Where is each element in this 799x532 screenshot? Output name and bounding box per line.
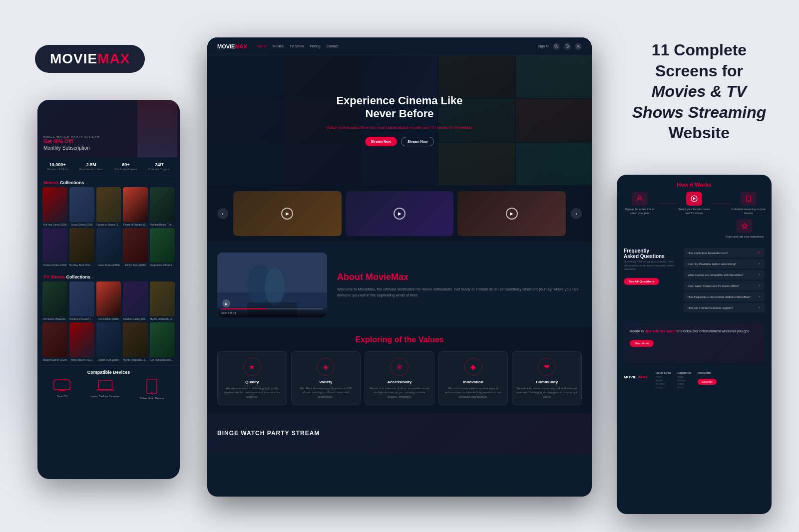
list-item[interactable]: Doctor's Life (2019) <box>96 322 121 361</box>
quality-name: Quality <box>222 380 283 384</box>
tv-label-6: Beauty Gamer (2020) <box>42 358 67 361</box>
list-item[interactable]: Fragments of Eternity (2018) <box>150 228 175 267</box>
list-item[interactable]: Escape to Busan (2016) <box>96 187 121 226</box>
list-item[interactable]: Nothing Room: The Red Room (2021) <box>150 187 175 226</box>
prev-arrow[interactable]: ‹ <box>217 208 228 219</box>
list-item[interactable]: The Searc Rhapsody (2019) <box>42 281 67 320</box>
value-variety: ◈ Variety We offer a diverse range of mo… <box>291 351 361 405</box>
value-community: ❤ Community We value the movie community… <box>512 351 582 405</box>
tv-thumb-7 <box>69 322 94 357</box>
nav-link-pricing[interactable]: Pricing <box>310 44 320 48</box>
values-title: Exploring of the Values <box>217 335 582 344</box>
progress-track <box>221 308 323 309</box>
see-more-movies[interactable]: › <box>86 181 87 184</box>
cta-start-button[interactable]: Start Now <box>630 340 654 347</box>
tv-thumb-3 <box>96 281 121 316</box>
movie-label-7: No Way Back Home (2018) <box>69 264 94 266</box>
movie-thumb-3 <box>96 187 121 222</box>
nav-sign-in[interactable]: Sign In <box>538 44 549 48</box>
tv-label: Smart TV <box>53 395 71 398</box>
faq-item-1[interactable]: How much does MovieMax cost? ✕ <box>684 248 765 258</box>
featured-card-3[interactable]: ▶ <box>457 191 566 236</box>
movie-thumb-4 <box>123 187 148 222</box>
progress-fill <box>221 308 267 309</box>
about-video-player[interactable]: ▶ 32:54 / 65:43 <box>217 253 327 317</box>
faq-item-4[interactable]: Can I watch movies and TV shows offline?… <box>684 281 765 290</box>
center-hero: Experience Cinema Like Never Before Watc… <box>207 55 592 185</box>
nav-link-home[interactable]: Home <box>257 44 267 48</box>
list-item[interactable]: Infinity Song (2019) <box>123 228 148 267</box>
community-icon: ❤ <box>538 358 556 376</box>
faq-item-5[interactable]: How frequently is new content added to M… <box>684 292 765 301</box>
step-2: Select your favorite movie and TV shows <box>676 192 713 215</box>
device-icons-row: Smart TV Laptop Desktop Computer Tablets… <box>43 379 174 400</box>
list-item[interactable]: Evil Has Gone (2018) <box>42 187 67 226</box>
about-text: About MovieMax Welcome to MovieMax, the … <box>337 272 582 298</box>
list-item[interactable]: Who's Next? (2021) <box>69 322 94 361</box>
faq-item-2[interactable]: Can I try MovieMax before subscribing? + <box>684 259 765 268</box>
cta-content: Ready to dive into the world of blockbus… <box>630 329 759 347</box>
accessibility-icon: ⊕ <box>391 358 408 376</box>
list-item[interactable]: Mystic Rhapsody (2018) <box>150 281 175 320</box>
movie-label-3: Escape to Busan (2016) <box>96 223 121 226</box>
list-item[interactable]: Doctors of Illusion (2020) <box>69 281 94 320</box>
faq-expand-icon-4: + <box>758 283 761 288</box>
list-item[interactable]: Shadow Galaxy (2019) <box>123 281 148 320</box>
nav-link-tvshow[interactable]: TV Show <box>290 44 304 48</box>
device-laptop: Laptop Desktop Computer <box>90 379 119 400</box>
list-item[interactable]: Hunters Strike (2019) <box>42 228 67 267</box>
list-item[interactable]: Beauty Gamer (2020) <box>42 322 67 361</box>
video-progress-bar: ▶ 32:54 / 65:43 <box>217 305 327 317</box>
list-item[interactable]: Social Ghost (2019) <box>69 187 94 226</box>
see-more-tv[interactable]: › <box>92 275 93 278</box>
next-arrow[interactable]: › <box>571 208 582 219</box>
tv-thumb-5 <box>150 281 175 316</box>
nav-link-movies[interactable]: Movies <box>273 44 284 48</box>
faq-q-1: How much does MovieMax cost? <box>688 252 755 255</box>
list-item[interactable]: No Way Back Home (2018) <box>69 228 94 267</box>
movies-section-bar: Movies Collections › <box>37 176 180 187</box>
hero-content: Experience Cinema Like Never Before Watc… <box>325 94 474 146</box>
faq-q-5: How frequently is new content added to M… <box>688 295 756 298</box>
tv-label-8: Doctor's Life (2019) <box>96 358 121 361</box>
innovation-icon: ◆ <box>464 358 482 376</box>
svg-point-6 <box>151 391 152 393</box>
step-icon-stream <box>741 192 757 206</box>
quality-icon: ★ <box>243 358 261 376</box>
video-play-button[interactable]: ▶ <box>222 299 230 307</box>
see-all-questions-button[interactable]: See All Questions <box>624 278 659 285</box>
faq-expand-icon-6: + <box>758 305 761 310</box>
svg-point-19 <box>748 200 749 201</box>
how-steps-row1: Sign up for a free trial or select your … <box>617 192 772 215</box>
search-icon[interactable] <box>553 43 560 50</box>
stream-free-button[interactable]: Stream Now <box>401 137 434 146</box>
notification-icon[interactable] <box>564 43 571 50</box>
list-item[interactable]: Mystic Rhapsody (2019) <box>123 322 148 361</box>
faq-subtitle: Questions? We've got you covered. Here a… <box>624 260 678 271</box>
faq-item-3[interactable]: What devices are compatible with MovieMa… <box>684 270 765 279</box>
svg-rect-0 <box>54 380 70 390</box>
list-item[interactable]: Leave Times (2018) <box>96 228 121 267</box>
subscribe-button[interactable]: Subscribe <box>698 379 717 385</box>
community-name: Community <box>516 380 577 384</box>
list-item[interactable]: Planet of Fantasy (2020) <box>123 187 148 226</box>
user-icon[interactable] <box>575 43 582 50</box>
list-item[interactable]: Red Kitchen (2018) <box>96 281 121 320</box>
faq-item-6[interactable]: How can I contact customer support? + <box>684 303 765 312</box>
tv-label-9: Mystic Rhapsody (2019) <box>123 358 148 361</box>
accessibility-desc: We strive to make our platform accessibl… <box>369 386 430 399</box>
tv-label-5: Mystic Rhapsody (2018) <box>150 317 175 320</box>
list-item[interactable]: Get Ridiculous in Summer (2020) <box>150 322 175 361</box>
featured-card-2[interactable]: ▶ <box>346 191 454 236</box>
movie-thumb-6 <box>42 228 67 263</box>
step-icon-select <box>686 192 702 206</box>
svg-point-10 <box>577 45 579 46</box>
svg-point-14 <box>265 267 285 305</box>
svg-point-16 <box>638 196 641 199</box>
play-icon-3: ▶ <box>506 208 518 220</box>
how-it-works-title: How it Works <box>617 175 772 192</box>
logo-movie: MOVIE <box>50 51 97 67</box>
nav-link-contact[interactable]: Contact <box>327 44 339 48</box>
featured-card-1[interactable]: ▶ <box>233 191 342 236</box>
stream-now-button[interactable]: Stream Now <box>365 137 397 146</box>
